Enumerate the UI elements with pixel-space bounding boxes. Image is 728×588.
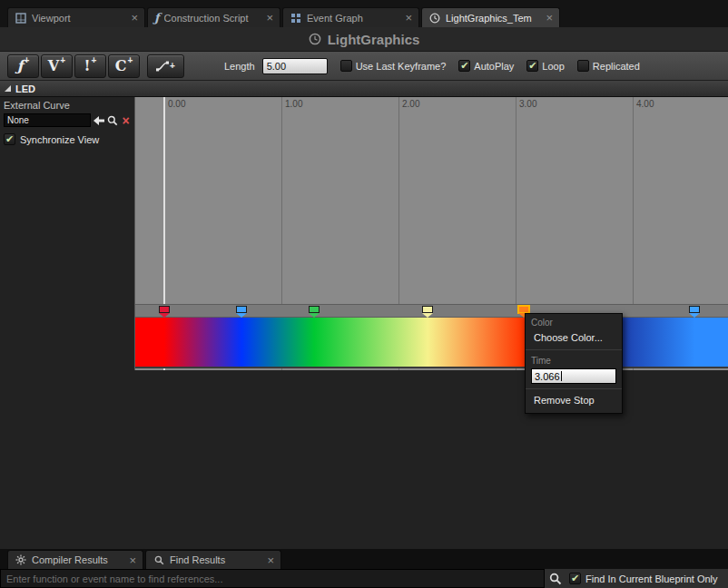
event-track-glyph: ! (84, 55, 91, 76)
ruler-label: 0.00 (168, 99, 185, 109)
ruler-label: 2.00 (402, 99, 419, 109)
length-input[interactable] (262, 58, 328, 74)
add-vector-track-button[interactable]: V+ (41, 54, 73, 78)
synchronize-view-checkbox[interactable]: ✔ (4, 133, 15, 145)
tab-label: Compiler Results (32, 554, 124, 565)
track-header-led[interactable]: LED (0, 81, 728, 97)
checkbox-label: Use Last Keyframe? (356, 61, 447, 72)
function-icon: ƒ (154, 13, 160, 24)
marker-color (159, 306, 170, 313)
gradient-stop-marker[interactable] (309, 306, 320, 318)
checkbox[interactable] (340, 60, 352, 72)
gradient-stop-strip[interactable] (135, 304, 728, 318)
find-in-blueprint-label: Find In Current Blueprint Only (585, 573, 718, 584)
toolbar-checkbox-replicated[interactable]: Replicated (577, 60, 640, 72)
checkbox[interactable]: ✔ (526, 60, 538, 72)
page-title: LightGraphics (328, 32, 420, 47)
add-float-track-button[interactable]: ƒ+ (7, 54, 39, 78)
plus-icon: + (60, 55, 65, 66)
stop-time-value: 3.066 (535, 371, 560, 382)
tab-construction-script[interactable]: ƒ Construction Script × (147, 7, 280, 27)
clock-icon (309, 33, 321, 45)
close-icon[interactable]: × (546, 13, 553, 23)
expander-icon[interactable] (5, 85, 11, 92)
curve-icon (156, 60, 169, 73)
close-icon[interactable]: × (267, 555, 274, 565)
float-track-glyph: ƒ (17, 55, 24, 76)
tab-label: Event Graph (307, 13, 400, 24)
toolbar-checkbox-autoplay[interactable]: ✔AutoPlay (458, 60, 514, 72)
browse-asset-icon[interactable] (107, 114, 118, 127)
close-icon[interactable]: × (129, 555, 136, 565)
choose-color-menu-item[interactable]: Choose Color... (526, 328, 622, 348)
menu-separator (526, 349, 622, 350)
checkbox-label: Loop (542, 61, 564, 72)
track-name: LED (15, 83, 35, 94)
gradient-stop-marker[interactable] (422, 306, 433, 318)
synchronize-view-label: Synchronize View (20, 134, 99, 145)
timeline-clock-icon (428, 12, 441, 24)
gradient-stop-context-menu: Color Choose Color... Time 3.066 Remove … (525, 313, 623, 414)
tab-compiler-results[interactable]: Compiler Results × (7, 550, 143, 569)
timeline-grid[interactable]: 0.001.002.003.004.00 (134, 97, 728, 370)
menu-separator (526, 388, 622, 389)
marker-color (518, 306, 529, 313)
gradient-stop-marker[interactable] (689, 306, 700, 318)
plus-icon: + (170, 61, 175, 72)
add-curve-asset-button[interactable]: + (147, 54, 184, 78)
gradient-bar[interactable] (135, 318, 728, 368)
timeline-toolbar: ƒ+ V+ !+ C+ + Length Use Last Keyframe?✔… (0, 52, 728, 81)
tab-label: Viewport (32, 13, 126, 24)
bottom-tab-bar: Compiler Results × Find Results × (0, 549, 728, 569)
color-section-label: Color (526, 314, 622, 328)
toolbar-checkbox-loop[interactable]: ✔Loop (526, 60, 564, 72)
synchronize-view-row[interactable]: ✔ Synchronize View (4, 133, 131, 145)
blueprint-timeline-editor: Viewport × ƒ Construction Script × Event… (0, 0, 728, 588)
marker-color (689, 306, 700, 313)
toolbar-checkbox-use-last-keyframe[interactable]: Use Last Keyframe? (340, 60, 447, 72)
search-icon[interactable] (549, 573, 562, 585)
close-icon[interactable]: × (266, 13, 273, 23)
checkbox[interactable] (577, 60, 589, 72)
remove-stop-menu-item[interactable]: Remove Stop (526, 391, 622, 410)
external-curve-row: × (4, 113, 131, 127)
search-icon (152, 554, 165, 566)
tab-event-graph[interactable]: Event Graph × (282, 7, 419, 27)
track-options-panel: External Curve × ✔ Synchronize View (0, 97, 134, 549)
stop-time-input[interactable]: 3.066 (531, 368, 616, 384)
toolbar-checkbox-group: Use Last Keyframe?✔AutoPlay✔LoopReplicat… (328, 60, 640, 72)
document-tab-bar: Viewport × ƒ Construction Script × Event… (7, 7, 728, 27)
timeline-title-bar: LightGraphics (0, 27, 728, 52)
close-icon[interactable]: × (405, 13, 412, 23)
ruler-label: 3.00 (519, 99, 536, 109)
marker-color (236, 306, 247, 313)
tab-viewport[interactable]: Viewport × (7, 7, 145, 27)
find-references-input[interactable] (0, 569, 545, 588)
external-curve-input[interactable] (4, 113, 91, 127)
find-in-blueprint-checkbox[interactable]: ✔ (569, 573, 581, 584)
use-selected-asset-icon[interactable] (93, 114, 104, 127)
vector-track-glyph: V (48, 55, 59, 76)
find-in-blueprint-row[interactable]: ✔ Find In Current Blueprint Only (569, 573, 718, 584)
clear-curve-icon[interactable]: × (121, 114, 131, 127)
color-track-glyph: C (115, 55, 127, 76)
plus-icon: + (25, 55, 30, 66)
checkbox[interactable]: ✔ (458, 60, 470, 72)
tab-lightgraphics-timeline[interactable]: LightGraphics_Tem × (421, 7, 560, 27)
gradient-stop-marker[interactable] (236, 306, 247, 318)
tab-label: Construction Script (164, 13, 262, 24)
tab-find-results[interactable]: Find Results × (145, 550, 281, 569)
compiler-icon (15, 554, 27, 566)
close-icon[interactable]: × (131, 13, 138, 23)
external-curve-label: External Curve (4, 100, 131, 111)
checkbox-label: AutoPlay (474, 61, 514, 72)
add-event-track-button[interactable]: !+ (74, 54, 106, 78)
find-references-bar: ✔ Find In Current Blueprint Only (0, 569, 728, 588)
ruler-label: 1.00 (285, 99, 302, 109)
viewport-icon (15, 12, 27, 24)
gradient-stop-marker[interactable] (159, 306, 170, 318)
checkbox-label: Replicated (593, 61, 640, 72)
tab-label: LightGraphics_Tem (446, 13, 541, 24)
tab-label: Find Results (170, 554, 262, 565)
add-color-track-button[interactable]: C+ (108, 54, 140, 78)
